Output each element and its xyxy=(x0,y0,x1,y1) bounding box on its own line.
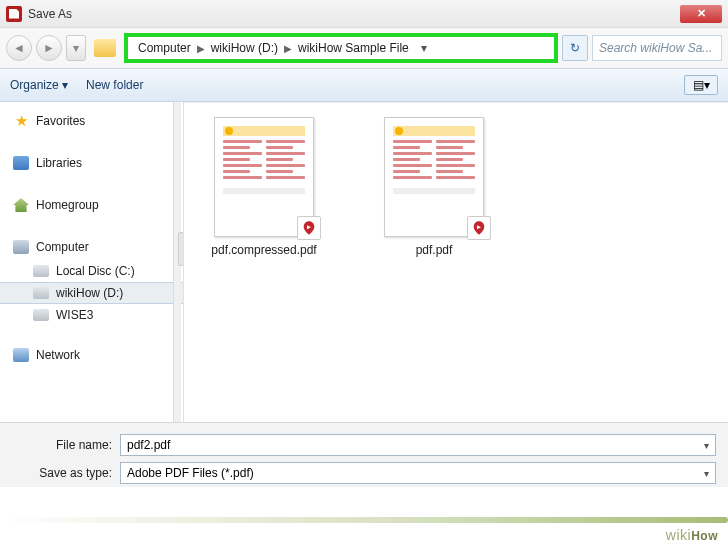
view-options-button[interactable]: ▤▾ xyxy=(684,75,718,95)
tree-label: wikiHow (D:) xyxy=(56,286,123,300)
window-title: Save As xyxy=(28,7,72,21)
tree-drive[interactable]: WISE3 xyxy=(0,304,183,326)
recent-locations-button[interactable]: ▾ xyxy=(66,35,86,61)
drive-icon xyxy=(32,307,50,323)
app-icon xyxy=(6,6,22,22)
filename-value: pdf2.pdf xyxy=(127,438,170,452)
tree-label: Favorites xyxy=(36,114,85,128)
tree-label: Network xyxy=(36,348,80,362)
new-folder-button[interactable]: New folder xyxy=(86,78,143,92)
chevron-right-icon[interactable]: ▶ xyxy=(284,43,292,54)
chevron-down-icon[interactable]: ▾ xyxy=(704,440,709,451)
close-button[interactable]: ✕ xyxy=(680,5,722,23)
file-item[interactable]: pdf.compressed.pdf xyxy=(194,117,334,259)
pdf-icon xyxy=(467,216,491,240)
breadcrumb-segment[interactable]: wikiHow Sample File xyxy=(292,41,415,55)
breadcrumb-segment[interactable]: wikiHow (D:) xyxy=(205,41,284,55)
drive-icon xyxy=(32,285,50,301)
tree-homegroup[interactable]: Homegroup xyxy=(0,192,183,218)
toolbar: Organize ▾ New folder ▤▾ xyxy=(0,68,728,102)
network-icon xyxy=(12,347,30,363)
tree-computer[interactable]: Computer xyxy=(0,234,183,260)
navigation-tree: ★Favorites Libraries Homegroup Computer … xyxy=(0,102,184,422)
splitter-handle[interactable] xyxy=(178,232,184,266)
drive-icon xyxy=(32,263,50,279)
tree-label: Local Disc (C:) xyxy=(56,264,135,278)
save-form: File name: pdf2.pdf▾ Save as type: Adobe… xyxy=(0,422,728,487)
file-item[interactable]: pdf.pdf xyxy=(364,117,504,259)
forward-button[interactable]: ► xyxy=(36,35,62,61)
tree-label: Homegroup xyxy=(36,198,99,212)
tree-label: Libraries xyxy=(36,156,82,170)
back-button[interactable]: ◄ xyxy=(6,35,32,61)
chevron-down-icon[interactable]: ▾ xyxy=(704,468,709,479)
address-bar[interactable]: Computer ▶ wikiHow (D:) ▶ wikiHow Sample… xyxy=(124,33,558,63)
nav-row: ◄ ► ▾ Computer ▶ wikiHow (D:) ▶ wikiHow … xyxy=(0,28,728,68)
body: ★Favorites Libraries Homegroup Computer … xyxy=(0,102,728,422)
address-dropdown[interactable]: ▾ xyxy=(415,41,433,55)
search-input[interactable]: Search wikiHow Sa... xyxy=(592,35,722,61)
tree-drive-selected[interactable]: wikiHow (D:) xyxy=(0,282,183,304)
watermark-line xyxy=(0,517,728,523)
file-thumbnail xyxy=(214,117,314,237)
filename-input[interactable]: pdf2.pdf▾ xyxy=(120,434,716,456)
tree-network[interactable]: Network xyxy=(0,342,183,368)
libraries-icon xyxy=(12,155,30,171)
savetype-select[interactable]: Adobe PDF Files (*.pdf)▾ xyxy=(120,462,716,484)
pdf-icon xyxy=(297,216,321,240)
organize-menu[interactable]: Organize ▾ xyxy=(10,78,68,92)
tree-libraries[interactable]: Libraries xyxy=(0,150,183,176)
title-bar: Save As ✕ xyxy=(0,0,728,28)
homegroup-icon xyxy=(12,197,30,213)
savetype-label: Save as type: xyxy=(12,466,112,480)
tree-drive[interactable]: Local Disc (C:) xyxy=(0,260,183,282)
tree-label: WISE3 xyxy=(56,308,93,322)
refresh-button[interactable]: ↻ xyxy=(562,35,588,61)
breadcrumb-segment[interactable]: Computer xyxy=(132,41,197,55)
watermark: wikiHow xyxy=(666,527,718,543)
savetype-value: Adobe PDF Files (*.pdf) xyxy=(127,466,254,480)
file-thumbnail xyxy=(384,117,484,237)
tree-label: Computer xyxy=(36,240,89,254)
file-pane[interactable]: pdf.compressed.pdf pdf.pdf xyxy=(184,102,728,422)
tree-favorites[interactable]: ★Favorites xyxy=(0,108,183,134)
computer-icon xyxy=(12,239,30,255)
chevron-right-icon[interactable]: ▶ xyxy=(197,43,205,54)
file-name: pdf.pdf xyxy=(364,243,504,259)
file-name: pdf.compressed.pdf xyxy=(194,243,334,259)
star-icon: ★ xyxy=(12,113,30,129)
folder-icon xyxy=(94,39,116,57)
filename-label: File name: xyxy=(12,438,112,452)
